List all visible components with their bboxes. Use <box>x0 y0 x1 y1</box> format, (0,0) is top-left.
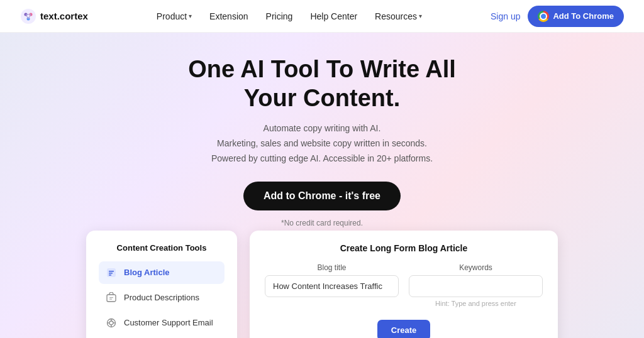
form-card-title: Create Long Form Blog Article <box>265 243 543 253</box>
product-chevron-icon: ▾ <box>189 13 192 19</box>
tool-product-descriptions[interactable]: Product Descriptions <box>99 286 225 309</box>
form-row: Blog title Keywords Hint: Type and press… <box>265 263 543 307</box>
add-chrome-button[interactable]: Add To Chrome <box>528 6 624 27</box>
nav-actions: Sign up Add To Chrome <box>491 6 624 27</box>
tool-support-label: Customer Support Email <box>124 318 213 327</box>
svg-rect-9 <box>109 273 113 274</box>
navbar: text.cortex Product ▾ Extension Pricing … <box>0 0 644 33</box>
product-descriptions-icon <box>105 292 118 304</box>
keywords-hint: Hint: Type and press enter <box>409 300 543 307</box>
tools-card-title: Content Creation Tools <box>99 243 225 253</box>
keywords-label: Keywords <box>409 263 543 272</box>
svg-point-15 <box>109 321 113 325</box>
blog-title-input[interactable] <box>265 275 399 297</box>
signup-button[interactable]: Sign up <box>491 11 520 21</box>
nav-resources[interactable]: Resources ▾ <box>375 11 422 21</box>
keywords-group: Keywords Hint: Type and press enter <box>409 263 543 307</box>
form-card: Create Long Form Blog Article Blog title… <box>250 231 558 338</box>
tool-customer-support[interactable]: Customer Support Email <box>99 312 225 334</box>
nav-pricing[interactable]: Pricing <box>266 11 293 21</box>
svg-rect-8 <box>109 271 114 272</box>
no-credit-text: *No credit card required. <box>281 219 363 227</box>
create-button[interactable]: Create <box>377 320 430 338</box>
logo[interactable]: text.cortex <box>20 8 88 25</box>
tool-product-label: Product Descriptions <box>124 293 199 302</box>
blog-title-label: Blog title <box>265 263 399 272</box>
resources-chevron-icon: ▾ <box>419 13 422 19</box>
svg-rect-12 <box>109 297 113 298</box>
tool-blog-label: Blog Article <box>124 268 169 277</box>
hero-subtitle: Automate copy writing with AI. Marketing… <box>13 121 631 166</box>
cards-section: Content Creation Tools Blog Article <box>13 231 631 338</box>
customer-support-icon <box>105 317 118 329</box>
brand-name: text.cortex <box>40 11 88 21</box>
svg-point-0 <box>21 9 36 24</box>
logo-icon <box>20 8 36 25</box>
nav-extension[interactable]: Extension <box>209 11 248 21</box>
svg-rect-11 <box>107 295 116 302</box>
blog-title-group: Blog title <box>265 263 399 307</box>
svg-rect-13 <box>109 298 112 299</box>
svg-rect-10 <box>109 275 111 276</box>
chrome-icon <box>538 11 549 22</box>
tools-card: Content Creation Tools Blog Article <box>86 231 237 338</box>
hero-title: One AI Tool To Write All Your Content. <box>13 55 631 112</box>
nav-links: Product ▾ Extension Pricing Help Center … <box>157 11 422 21</box>
nav-product[interactable]: Product ▾ <box>157 11 192 21</box>
cta-button[interactable]: Add to Chrome - it's free <box>243 182 401 210</box>
blog-article-icon <box>105 266 118 279</box>
tool-blog-article[interactable]: Blog Article <box>99 261 225 284</box>
nav-help[interactable]: Help Center <box>310 11 357 21</box>
hero-section: One AI Tool To Write All Your Content. A… <box>0 33 644 338</box>
keywords-input[interactable] <box>409 275 543 297</box>
